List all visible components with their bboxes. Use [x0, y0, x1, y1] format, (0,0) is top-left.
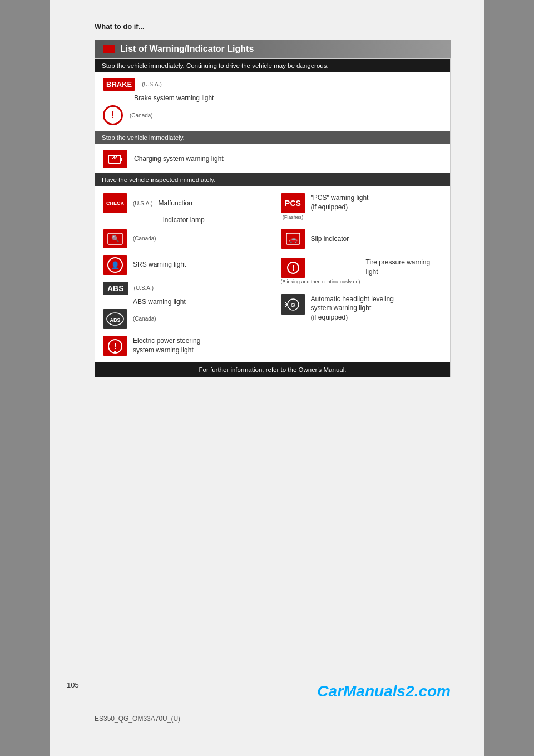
- tire-description: Tire pressure warning light: [366, 258, 442, 277]
- svg-text:⚙: ⚙: [290, 302, 296, 308]
- eps-icon: !: [103, 336, 127, 356]
- pcs-desc-line1: "PCS" warning light: [311, 193, 369, 203]
- brake-canada-label: (Canada): [130, 112, 153, 119]
- inspect-right: PCS (Flashes) "PCS" warning light (if eq…: [273, 186, 451, 362]
- footer-bar: For further information, refer to the Ow…: [95, 362, 450, 377]
- brake-usa-row: BRAKE (U.S.A.): [103, 78, 442, 91]
- malfunction-usa-label: (U.S.A.): [133, 200, 153, 207]
- tire-icon: !: [281, 258, 305, 278]
- malfunction-desc-line2: indicator lamp: [163, 215, 205, 225]
- charging-section: Charging system warning light: [95, 144, 450, 173]
- eps-text: Electric power steering system warning l…: [133, 336, 200, 355]
- malfunction-canada-label: (Canada): [133, 235, 156, 242]
- section-title: List of Warning/Indicator Lights: [95, 40, 451, 58]
- abs-description: ABS warning light: [133, 297, 186, 307]
- slip-icon: 🚗: [281, 229, 305, 249]
- warning-table: Stop the vehicle immediately. Continuing…: [95, 58, 451, 377]
- svg-text:ABS: ABS: [110, 317, 120, 323]
- pcs-flashes: (Flashes): [281, 214, 305, 220]
- svg-text:👤: 👤: [111, 261, 120, 270]
- headlight-desc-line3: (if equipped): [311, 313, 394, 322]
- page: What to do if... List of Warning/Indicat…: [50, 0, 484, 756]
- stop-dangerous-header: Stop the vehicle immediately. Continuing…: [95, 59, 450, 72]
- eps-desc-line1: Electric power steering: [133, 336, 200, 346]
- check-icon-canada: 🔍: [103, 229, 127, 248]
- headlight-icon: ⚙: [281, 294, 305, 315]
- tire-row: ! (Blinking and then continu-ously on) T…: [281, 258, 443, 286]
- brake-icon: BRAKE: [103, 78, 135, 91]
- svg-point-13: [114, 351, 116, 353]
- brake-description-row: Brake system warning light: [103, 94, 442, 102]
- check-icon-usa: CHECK: [103, 193, 127, 213]
- what-to-do-heading: What to do if...: [95, 22, 451, 31]
- tire-blinking-note: (Blinking and then continu-ously on): [281, 279, 360, 286]
- charging-description: Charging system warning light: [134, 155, 224, 163]
- abs-usa-label: (U.S.A.): [134, 285, 154, 291]
- malfunction-desc-line1: Malfunction: [159, 199, 192, 208]
- section-title-text: List of Warning/Indicator Lights: [120, 44, 254, 54]
- footer-text: For further information, refer to the Ow…: [199, 366, 347, 373]
- abs-canada-label: (Canada): [133, 316, 156, 322]
- brake-circle-icon: !: [103, 105, 123, 125]
- eps-row: ! Electric power steering system warning…: [103, 336, 265, 356]
- headlight-desc-line1: Automatic headlight leveling: [311, 294, 394, 304]
- headlight-desc-line2: system warning light: [311, 303, 394, 313]
- check-label: CHECK: [106, 201, 124, 206]
- brake-canada-row: ! (Canada): [103, 105, 442, 125]
- brake-usa-label: (U.S.A.): [142, 81, 162, 87]
- inspect-left: CHECK (U.S.A.) Malfunction indicator lam…: [95, 186, 273, 362]
- headlight-text: Automatic headlight leveling system warn…: [311, 294, 394, 322]
- svg-text:!: !: [291, 263, 294, 272]
- charging-icon: [103, 150, 127, 168]
- pcs-desc-line2: (if equipped): [311, 203, 369, 212]
- abs-icon-usa: ABS: [103, 282, 128, 295]
- malfunction-group: CHECK (U.S.A.) Malfunction indicator lam…: [103, 193, 265, 248]
- brake-section: BRAKE (U.S.A.) Brake system warning ligh…: [95, 72, 450, 131]
- inspect-header: Have the vehicle inspected immediately.: [95, 173, 450, 186]
- svg-text:🚗: 🚗: [289, 234, 298, 244]
- eps-desc-line2: system warning light: [133, 346, 200, 355]
- slip-description: Slip indicator: [311, 234, 349, 244]
- abs-canada-row: ABS (Canada): [103, 309, 265, 329]
- svg-rect-1: [121, 158, 122, 161]
- slip-row: 🚗 Slip indicator: [281, 229, 443, 249]
- brake-description: Brake system warning light: [134, 94, 214, 102]
- pcs-text: "PCS" warning light (if equipped): [311, 193, 369, 212]
- abs-usa-row: ABS (U.S.A.): [103, 282, 265, 295]
- pcs-row: PCS (Flashes) "PCS" warning light (if eq…: [281, 193, 443, 220]
- abs-icon-canada: ABS: [103, 309, 127, 329]
- inspect-content: CHECK (U.S.A.) Malfunction indicator lam…: [95, 186, 450, 362]
- watermark: CarManuals2.com: [317, 683, 451, 700]
- srs-description: SRS warning light: [133, 260, 186, 269]
- pcs-icon: PCS: [281, 193, 305, 213]
- srs-icon: 👤: [103, 255, 127, 275]
- svg-text:🔍: 🔍: [111, 234, 120, 243]
- footer-doc: ES350_QG_OM33A70U_(U): [95, 715, 180, 723]
- stop-immediately-header: Stop the vehicle immediately.: [95, 131, 450, 144]
- svg-text:!: !: [114, 342, 117, 351]
- srs-row: 👤 SRS warning light: [103, 255, 265, 275]
- headlight-row: ⚙ Automatic headlight leveling system wa…: [281, 294, 443, 322]
- page-number: 105: [67, 681, 79, 689]
- abs-description-row: ABS warning light: [103, 297, 265, 307]
